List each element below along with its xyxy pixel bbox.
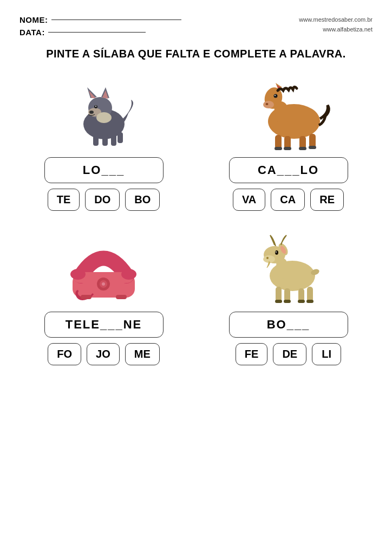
website2: www.alfabetiza.net xyxy=(299,25,373,35)
nome-label: NOME: xyxy=(19,15,48,24)
svg-point-38 xyxy=(121,269,136,280)
svg-rect-57 xyxy=(306,300,313,303)
nome-line xyxy=(51,20,181,20)
syllable-FE[interactable]: FE xyxy=(236,343,268,365)
horse-options: VA CA RE xyxy=(233,189,344,211)
website-info: www.mestredosaber.com.br www.alfabetiza.… xyxy=(299,15,373,34)
goat-word-box: BO___ xyxy=(229,312,348,338)
svg-point-10 xyxy=(96,112,112,123)
header-area: NOME: DATA: www.mestredosaber.com.br www… xyxy=(19,15,373,37)
data-line xyxy=(48,32,146,33)
exercise-wolf: LO___ TE DO BO xyxy=(19,74,188,211)
svg-rect-11 xyxy=(93,134,99,146)
svg-rect-50 xyxy=(276,287,282,302)
syllable-JO[interactable]: JO xyxy=(87,343,120,365)
svg-point-46 xyxy=(275,250,278,255)
exercises-grid: LO___ TE DO BO xyxy=(19,74,373,365)
nome-field: NOME: xyxy=(19,15,181,24)
horse-word: CA___LO xyxy=(258,163,319,177)
syllable-CA[interactable]: CA xyxy=(271,189,305,211)
data-label: DATA: xyxy=(19,28,45,37)
goat-options: FE DE LI xyxy=(236,343,341,365)
svg-point-47 xyxy=(276,251,277,253)
exercise-horse: CA___LO VA CA RE xyxy=(204,74,373,211)
telephone-image xyxy=(61,228,147,304)
syllable-TE[interactable]: TE xyxy=(48,189,80,211)
syllable-LI[interactable]: LI xyxy=(312,343,341,365)
telephone-options: FO JO ME xyxy=(48,343,159,365)
svg-rect-55 xyxy=(284,300,291,303)
svg-point-36 xyxy=(102,282,105,286)
svg-point-18 xyxy=(263,101,274,108)
horse-image xyxy=(245,74,332,150)
svg-rect-39 xyxy=(81,295,92,299)
svg-rect-12 xyxy=(102,134,108,146)
svg-point-19 xyxy=(265,103,268,105)
exercise-goat: BO___ FE DE LI xyxy=(204,228,373,365)
svg-point-45 xyxy=(266,257,269,259)
header-fields: NOME: DATA: xyxy=(19,15,181,37)
svg-point-8 xyxy=(95,106,96,107)
wolf-word: LO___ xyxy=(83,163,125,177)
svg-rect-29 xyxy=(284,147,291,150)
telephone-word-box: TELE___NE xyxy=(44,312,164,338)
svg-rect-13 xyxy=(111,134,116,146)
syllable-DE[interactable]: DE xyxy=(273,343,306,365)
telephone-word: TELE___NE xyxy=(66,318,142,331)
wolf-image xyxy=(61,74,147,150)
svg-rect-53 xyxy=(307,287,313,302)
exercise-telephone: TELE___NE FO JO ME xyxy=(19,228,188,365)
syllable-RE[interactable]: RE xyxy=(310,189,344,211)
wolf-options: TE DO BO xyxy=(48,189,160,211)
svg-rect-54 xyxy=(275,300,282,303)
svg-rect-31 xyxy=(309,146,316,149)
wolf-word-box: LO___ xyxy=(44,157,164,183)
goat-image xyxy=(245,228,332,304)
syllable-VA[interactable]: VA xyxy=(233,189,265,211)
svg-point-20 xyxy=(273,94,277,98)
syllable-DO[interactable]: DO xyxy=(85,189,120,211)
svg-rect-30 xyxy=(299,147,306,150)
svg-rect-40 xyxy=(116,295,127,299)
syllable-ME[interactable]: ME xyxy=(125,343,160,365)
goat-word: BO___ xyxy=(267,318,310,331)
website1: www.mestredosaber.com.br xyxy=(299,15,373,25)
svg-rect-14 xyxy=(117,132,123,143)
data-field: DATA: xyxy=(19,28,181,37)
svg-point-21 xyxy=(275,95,276,96)
svg-point-37 xyxy=(70,269,86,280)
worksheet-page: NOME: DATA: www.mestredosaber.com.br www… xyxy=(0,0,392,555)
horse-word-box: CA___LO xyxy=(229,157,348,183)
syllable-BO[interactable]: BO xyxy=(125,189,160,211)
syllable-FO[interactable]: FO xyxy=(48,343,81,365)
page-title: PINTE A SÍLABA QUE FALTA E COMPLETE A PA… xyxy=(19,47,373,61)
svg-rect-56 xyxy=(298,300,305,303)
svg-point-9 xyxy=(89,111,94,114)
svg-rect-28 xyxy=(275,147,282,150)
